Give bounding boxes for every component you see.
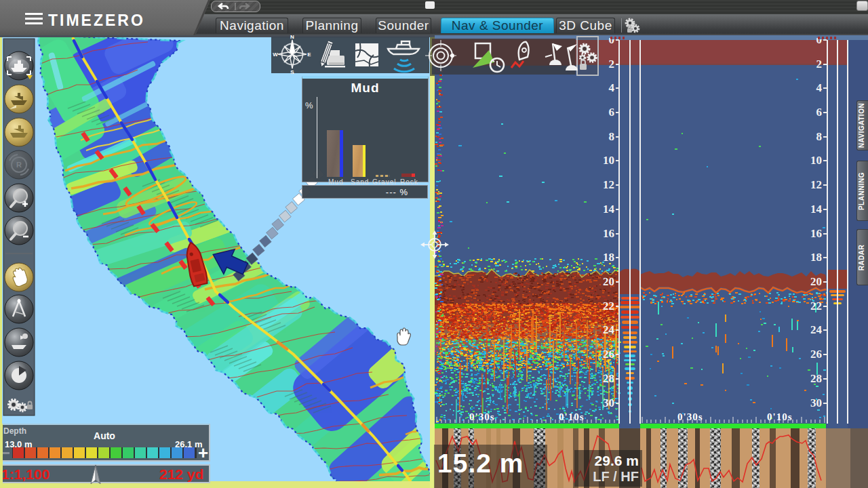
svg-text:R: R <box>16 161 22 169</box>
svg-text:N: N <box>290 35 294 40</box>
svg-text:E: E <box>307 52 311 58</box>
svg-text:S: S <box>290 69 294 75</box>
svg-text:W: W <box>273 52 278 58</box>
